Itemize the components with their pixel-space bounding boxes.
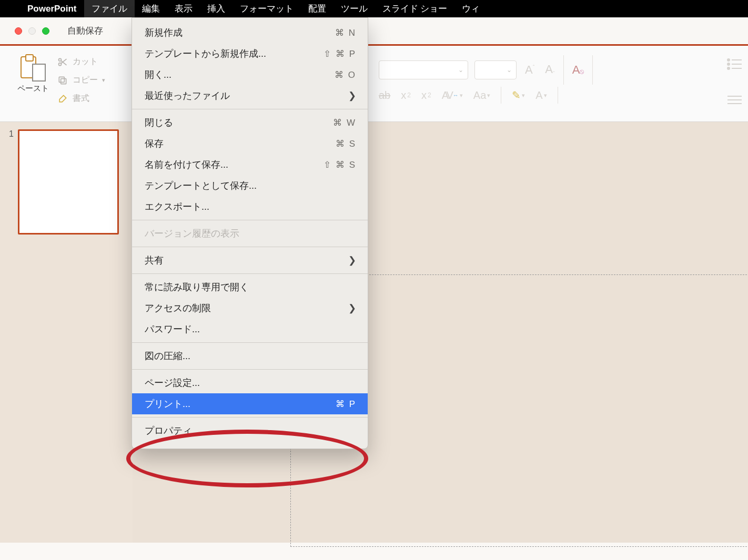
menu-item-label: ページ設定...: [145, 376, 356, 389]
menubar-item-tools[interactable]: ツール: [333, 0, 375, 17]
menu-item-label: バージョン履歴の表示: [145, 227, 356, 240]
slide-number: 1: [3, 129, 18, 235]
paste-button[interactable]: ペースト: [12, 50, 55, 121]
format-painter-button[interactable]: 書式: [57, 93, 105, 104]
menu-item-label: 名前を付けて保存...: [145, 158, 324, 171]
menu-item[interactable]: 保存⌘ S: [132, 133, 368, 154]
menu-divider: [132, 247, 368, 247]
menu-item[interactable]: 最近使ったファイル❯: [132, 85, 368, 106]
character-spacing-button[interactable]: AV↔ ▾: [442, 89, 463, 101]
menu-item-label: エクスポート...: [145, 200, 356, 213]
strikethrough-button[interactable]: ab: [379, 89, 390, 101]
cut-button[interactable]: カット: [57, 56, 105, 67]
window-traffic-lights: [15, 27, 49, 35]
subscript-button[interactable]: x2: [421, 89, 431, 101]
chevron-right-icon: ❯: [348, 254, 356, 266]
menu-item-label: プロパティ: [145, 424, 356, 437]
paintbrush-icon: [57, 94, 68, 104]
window-minimize-button[interactable]: [28, 27, 36, 35]
menu-item[interactable]: 開く...⌘ O: [132, 64, 368, 85]
mac-menubar[interactable]: PowerPoint ファイル 編集 表示 挿入 フォーマット 配置 ツール ス…: [0, 0, 748, 17]
window-zoom-button[interactable]: [42, 27, 49, 35]
cut-label: カット: [73, 56, 98, 67]
scissors-icon: [57, 57, 68, 67]
menubar-item-insert[interactable]: 挿入: [200, 0, 233, 17]
slide-thumbnail-panel[interactable]: 1: [0, 122, 133, 543]
chevron-down-icon: ▾: [102, 77, 105, 84]
menu-item-label: パスワード...: [145, 323, 356, 335]
menubar-item-edit[interactable]: 編集: [135, 0, 167, 17]
font-family-combo[interactable]: ⌄: [379, 60, 468, 79]
menu-item[interactable]: パスワード...: [132, 319, 368, 340]
separator: [563, 55, 564, 85]
separator: [501, 87, 501, 104]
menu-item[interactable]: 閉じる⌘ W: [132, 112, 368, 133]
change-case-button[interactable]: Aa ▾: [473, 89, 490, 101]
svg-point-6: [727, 63, 730, 65]
slide-thumbnail[interactable]: 1: [3, 129, 129, 235]
menu-item[interactable]: 新規作成⌘ N: [132, 22, 368, 43]
menu-item-label: 図の圧縮...: [145, 350, 356, 362]
menu-item[interactable]: 共有❯: [132, 250, 368, 271]
menu-item[interactable]: 名前を付けて保存...⇧ ⌘ S: [132, 154, 368, 175]
copy-button[interactable]: コピー ▾: [57, 75, 105, 86]
menu-item-label: 常に読み取り専用で開く: [145, 281, 356, 293]
menu-item[interactable]: 常に読み取り専用で開く: [132, 277, 368, 298]
clear-formatting-button[interactable]: A⦸: [570, 63, 587, 77]
chevron-down-icon: ⌄: [507, 66, 512, 74]
menu-item-label: アクセスの制限: [145, 302, 348, 314]
menu-item[interactable]: プリント...⌘ P: [132, 393, 368, 414]
chevron-right-icon: ❯: [348, 302, 356, 314]
menu-item-label: 最近使ったファイル: [145, 89, 348, 102]
chevron-down-icon: ⌄: [458, 66, 463, 74]
menu-item-label: 開く...: [145, 68, 335, 81]
superscript-button[interactable]: x2: [401, 89, 411, 101]
window-close-button[interactable]: [15, 27, 22, 35]
menu-item[interactable]: エクスポート...: [132, 196, 368, 217]
paste-label: ペースト: [17, 84, 49, 94]
font-color-button[interactable]: A ▾: [535, 89, 547, 101]
font-size-combo[interactable]: ⌄: [474, 60, 517, 79]
menu-item[interactable]: プロパティ: [132, 420, 368, 441]
increase-font-button[interactable]: Aˆ: [523, 63, 537, 77]
decrease-font-button[interactable]: Aˇ: [543, 63, 557, 77]
format-painter-label: 書式: [73, 93, 89, 104]
copy-label: コピー: [73, 75, 98, 86]
menu-item-label: 新規作成: [145, 26, 335, 39]
menu-divider: [132, 273, 368, 274]
menu-shortcut: ⌘ N: [335, 27, 356, 38]
menubar-item-format[interactable]: フォーマット: [233, 0, 301, 17]
menubar-item-file[interactable]: ファイル: [84, 0, 135, 17]
menu-item-label: テンプレートから新規作成...: [145, 47, 324, 60]
svg-rect-3: [59, 77, 64, 82]
align-button[interactable]: [726, 94, 744, 108]
menu-shortcut: ⌘ O: [335, 69, 356, 80]
menu-item[interactable]: 図の圧縮...: [132, 345, 368, 366]
menu-divider: [132, 109, 368, 109]
menubar-item-window-cut[interactable]: ウィ: [454, 0, 487, 17]
menubar-appname[interactable]: PowerPoint: [20, 0, 84, 17]
menubar-item-slideshow[interactable]: スライド ショー: [375, 0, 455, 17]
ribbon: ペースト カット コピー ▾ 書式: [0, 46, 748, 122]
autosave-label: 自動保存: [67, 25, 103, 37]
menu-shortcut: ⌘ W: [333, 117, 356, 128]
menu-item-label: 共有: [145, 254, 348, 267]
chevron-right-icon: ❯: [348, 90, 356, 101]
menubar-item-arrange[interactable]: 配置: [301, 0, 333, 17]
separator: [592, 55, 593, 85]
menu-item[interactable]: テンプレートから新規作成...⇧ ⌘ P: [132, 43, 368, 64]
menu-item[interactable]: ページ設定...: [132, 372, 368, 393]
font-controls-row2: ab x2 x2 AV↔ ▾ Aa ▾ ✎ ▾ A ▾: [379, 87, 558, 104]
menu-item[interactable]: アクセスの制限❯: [132, 298, 368, 319]
clipboard-icon: [21, 53, 46, 82]
menubar-item-view[interactable]: 表示: [167, 0, 200, 17]
menu-item-label: 保存: [145, 137, 336, 150]
bullets-button[interactable]: [726, 57, 744, 71]
menu-item[interactable]: テンプレートとして保存...: [132, 175, 368, 196]
svg-point-1: [59, 63, 62, 65]
menu-item-label: テンプレートとして保存...: [145, 179, 356, 192]
menu-shortcut: ⌘ P: [336, 399, 356, 410]
highlight-color-button[interactable]: ✎ ▾: [512, 89, 525, 101]
copy-icon: [57, 75, 68, 86]
file-menu-dropdown[interactable]: 新規作成⌘ Nテンプレートから新規作成...⇧ ⌘ P開く...⌘ O最近使った…: [132, 17, 368, 449]
